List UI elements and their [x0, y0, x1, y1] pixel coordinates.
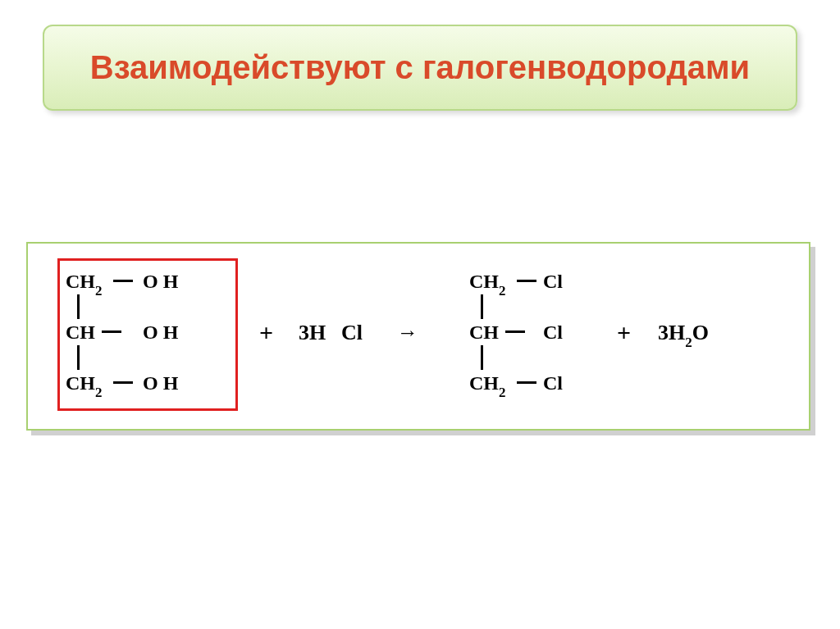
product1-c3-group: Cl — [543, 373, 563, 393]
product2-sub: 2 — [685, 335, 692, 350]
product1-c1-group: Cl — [543, 271, 563, 291]
reaction-arrow: → — [397, 321, 415, 345]
reactant1-c2-group: O H — [143, 322, 178, 342]
bond — [481, 345, 483, 370]
bond — [102, 330, 121, 333]
product1-c1-text: CH — [469, 271, 499, 292]
product1-c2: CH — [469, 322, 499, 342]
reactant1-c3: CH2 — [66, 373, 103, 397]
product2: 3H2O — [658, 322, 709, 347]
product1-c3-sub: 2 — [499, 385, 506, 400]
reactant1-c1-sub: 2 — [95, 283, 103, 299]
product1-c3-text: CH — [469, 372, 499, 394]
bond — [113, 381, 133, 384]
reagent-rest: Cl — [341, 322, 363, 344]
bond — [481, 294, 483, 319]
reactant1-c3-sub: 2 — [95, 385, 103, 400]
reactant1-c1-text: CH — [66, 271, 95, 292]
reactant1-c1-group: O H — [143, 271, 178, 291]
product1-c2-group: Cl — [543, 322, 563, 342]
plus2: + — [617, 319, 631, 347]
reactant1-c3-group: O H — [143, 373, 178, 393]
reactant1-c1: CH2 — [66, 271, 103, 295]
plus1: + — [259, 319, 273, 347]
bond — [517, 381, 536, 384]
product1-c1: CH2 — [469, 271, 506, 295]
reactant1-c2: CH — [66, 322, 95, 342]
reagent: 3H — [299, 322, 326, 344]
equation-panel: CH2 O H CH O H CH2 O H + 3H Cl → CH2 Cl … — [26, 242, 810, 431]
bond — [505, 330, 525, 333]
slide-title: Взаимодействуют с галогенводородами — [61, 49, 779, 86]
bond — [77, 345, 80, 370]
product2-coeff: 3H — [658, 321, 685, 344]
product1-c3: CH2 — [469, 373, 506, 397]
bond — [77, 294, 80, 319]
bond — [517, 280, 536, 282]
title-panel: Взаимодействуют с галогенводородами — [43, 25, 797, 111]
reactant1-c3-text: CH — [66, 372, 95, 394]
product1-c1-sub: 2 — [499, 283, 506, 299]
reagent-coeff: 3H — [299, 321, 326, 344]
bond — [113, 280, 133, 282]
product2-rest: O — [692, 321, 709, 344]
